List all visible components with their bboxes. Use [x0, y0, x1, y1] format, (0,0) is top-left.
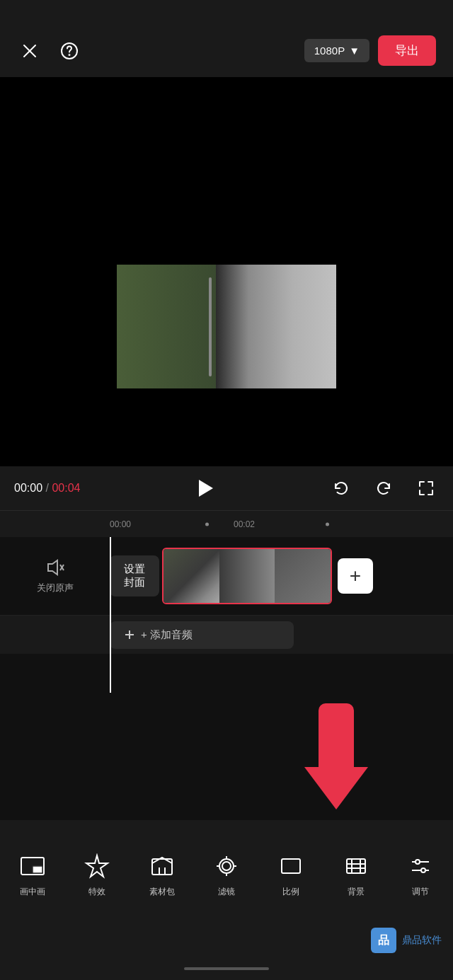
brand-name: 鼎品软件	[402, 934, 442, 947]
svg-point-16	[222, 862, 231, 870]
adjust-icon-svg	[408, 853, 433, 879]
clip-thumb-3	[275, 549, 331, 604]
time-separator: /	[42, 482, 52, 494]
svg-rect-22	[347, 859, 365, 873]
toolbar-items: 画中画 特效 素材包	[0, 820, 453, 922]
clip-thumb-2	[219, 549, 275, 604]
time-display: 00:00 / 00:04	[14, 482, 80, 495]
add-audio-icon	[124, 629, 135, 640]
brand-logo-icon: 品	[371, 928, 396, 953]
ruler-dot-1	[205, 522, 209, 526]
clip-thumb-img-1	[164, 549, 219, 604]
video-black-bottom	[117, 388, 336, 399]
toolbar-item-filters[interactable]: 滤镜	[202, 852, 251, 898]
effects-icon-svg	[84, 853, 110, 879]
effects-icon	[83, 852, 111, 880]
audio-track-row: + 添加音频	[0, 615, 453, 654]
top-bar-right: 1080P ▼ 导出	[304, 35, 436, 66]
resolution-button[interactable]: 1080P ▼	[304, 39, 369, 62]
background-icon	[342, 852, 370, 880]
cover-label-1: 设置	[124, 563, 145, 576]
clip-thumb-img-2	[219, 549, 275, 604]
toolbar-item-adjust[interactable]: 调节	[396, 852, 445, 898]
top-bar-left	[17, 38, 82, 64]
add-clip-button[interactable]: +	[338, 558, 373, 594]
materials-icon	[148, 852, 176, 880]
filters-icon	[212, 852, 241, 880]
clip-thumb-img-3	[275, 549, 331, 604]
ratio-icon-svg	[278, 853, 304, 879]
background-icon-svg	[343, 853, 369, 879]
track-area: 关闭原声 设置 封面 +	[0, 537, 453, 693]
timeline-ruler: 00:00 00:02	[0, 511, 453, 538]
track-content: +	[162, 544, 453, 608]
video-track-row: 关闭原声 设置 封面 +	[0, 537, 453, 615]
ratio-icon	[277, 852, 305, 880]
brand-logo-text: 品	[378, 933, 389, 948]
ratio-label: 比例	[282, 886, 299, 898]
annotation-area	[0, 693, 453, 820]
svg-point-3	[69, 54, 70, 55]
top-bar: 1080P ▼ 导出	[0, 0, 453, 77]
svg-rect-21	[282, 859, 300, 873]
arrow-body	[319, 703, 354, 767]
toolbar-item-picture-in-picture[interactable]: 画中画	[8, 852, 57, 898]
export-button[interactable]: 导出	[378, 35, 436, 66]
video-frame	[117, 144, 336, 399]
resolution-label: 1080P	[314, 45, 345, 57]
set-cover-button[interactable]: 设置 封面	[110, 555, 159, 596]
toolbar-item-materials[interactable]: 素材包	[137, 852, 187, 898]
arrow-head	[304, 767, 368, 809]
play-button[interactable]	[191, 475, 218, 502]
toolbar-item-effects[interactable]: 特效	[72, 852, 122, 898]
filters-label: 滤镜	[218, 886, 235, 898]
svg-marker-4	[48, 560, 57, 575]
cover-label-2: 封面	[124, 576, 145, 589]
mute-label: 关闭原声	[37, 582, 74, 594]
video-image-area	[117, 265, 336, 388]
clip-thumb-1	[164, 549, 219, 604]
pip-label: 画中画	[20, 886, 45, 898]
svg-rect-10	[33, 866, 42, 873]
adjust-label: 调节	[412, 886, 429, 898]
materials-label: 素材包	[149, 886, 175, 898]
track-mute-label[interactable]: 关闭原声	[0, 558, 110, 594]
pip-icon-svg	[20, 853, 45, 879]
video-black-top	[117, 144, 336, 265]
video-preview	[0, 77, 453, 466]
undo-button[interactable]	[328, 475, 354, 501]
svg-point-30	[421, 868, 425, 872]
total-time: 00:04	[52, 482, 80, 494]
timeline-area: 00:00 00:02	[0, 510, 453, 537]
picture-in-picture-icon	[18, 852, 47, 880]
ruler-dot-3	[326, 522, 329, 526]
add-audio-label: + 添加音频	[141, 628, 193, 642]
filters-icon-svg	[214, 853, 239, 879]
bottom-indicator	[184, 967, 269, 970]
svg-point-28	[415, 860, 420, 864]
materials-icon-svg	[149, 853, 175, 879]
svg-marker-11	[86, 855, 108, 877]
ruler-mark-0: 00:00	[110, 519, 131, 529]
toolbar-item-background[interactable]: 背景	[331, 852, 381, 898]
video-clip[interactable]	[162, 548, 332, 604]
playback-controls: 00:00 / 00:04	[0, 466, 453, 510]
volume-icon	[45, 558, 65, 577]
close-button[interactable]	[17, 38, 42, 64]
brand-watermark: 品 鼎品软件	[0, 922, 453, 967]
play-icon	[199, 480, 213, 497]
redo-button[interactable]	[371, 475, 396, 501]
ruler-mark-2: 00:02	[234, 519, 255, 529]
red-arrow	[304, 703, 368, 809]
resolution-arrow-icon: ▼	[349, 45, 360, 57]
background-label: 背景	[348, 886, 365, 898]
effects-label: 特效	[88, 886, 105, 898]
add-audio-button[interactable]: + 添加音频	[110, 621, 294, 649]
adjust-icon	[406, 852, 435, 880]
current-time: 00:00	[14, 482, 42, 494]
toolbar-item-ratio[interactable]: 比例	[266, 852, 316, 898]
bottom-toolbar: 画中画 特效 素材包	[0, 820, 453, 976]
fullscreen-button[interactable]	[413, 475, 439, 501]
control-icons	[328, 475, 439, 501]
help-button[interactable]	[57, 38, 82, 64]
